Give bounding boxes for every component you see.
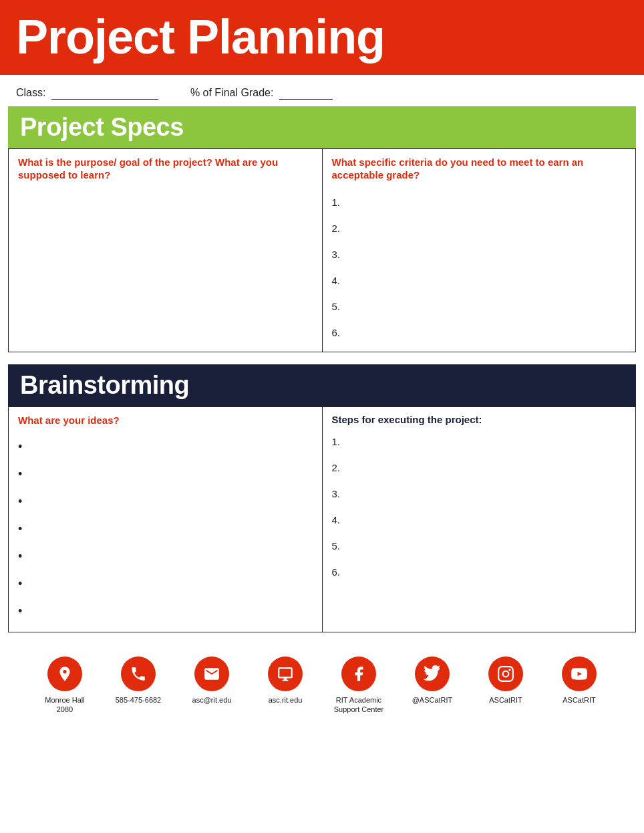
- footer-item-phone: 585-475-6682: [102, 657, 175, 705]
- footer-location-text: Monroe Hall2080: [45, 695, 84, 715]
- list-item: 6.: [332, 319, 627, 345]
- svg-point-2: [508, 669, 510, 671]
- computer-icon: [268, 657, 303, 691]
- list-item: 4.: [332, 267, 627, 293]
- class-label: Class:: [16, 87, 158, 100]
- brainstorming-left-header: What are your ideas?: [18, 414, 313, 427]
- project-specs-right: What specific criteria do you need to me…: [323, 149, 636, 352]
- footer-phone-text: 585-475-6682: [116, 695, 162, 705]
- ideas-list: [18, 433, 313, 625]
- footer-item-facebook: RIT AcademicSupport Center: [322, 657, 395, 715]
- footer-email-text: asc@rit.edu: [192, 695, 232, 705]
- location-icon: [47, 657, 82, 691]
- footer-instagram-text: ASCatRIT: [489, 695, 522, 705]
- svg-rect-0: [498, 667, 513, 681]
- brainstorming-content: What are your ideas? Steps for executing…: [8, 406, 636, 633]
- steps-list: 1. 2. 3. 4. 5. 6.: [332, 428, 627, 584]
- list-item: 4.: [332, 506, 627, 532]
- list-item: [18, 461, 313, 488]
- project-specs-header: Project Specs: [8, 106, 636, 148]
- project-specs-left: What is the purpose/ goal of the project…: [9, 149, 323, 352]
- instagram-icon: [488, 657, 523, 691]
- list-item: 5.: [332, 293, 627, 319]
- list-item: [18, 598, 313, 625]
- list-item: 3.: [332, 480, 627, 506]
- brainstorming-section: Brainstorming What are your ideas? Steps…: [0, 364, 644, 633]
- list-item: 3.: [332, 241, 627, 267]
- grade-label: % of Final Grade:: [190, 87, 333, 100]
- brainstorming-title: Brainstorming: [20, 371, 624, 400]
- project-specs-section: Project Specs What is the purpose/ goal …: [0, 106, 644, 352]
- list-item: 2.: [332, 215, 627, 241]
- svg-point-1: [503, 671, 509, 677]
- list-item: [18, 433, 313, 461]
- list-item: [18, 515, 313, 543]
- class-input-line: [51, 87, 158, 100]
- facebook-icon: [341, 657, 376, 691]
- project-specs-content: What is the purpose/ goal of the project…: [8, 148, 636, 352]
- brainstorming-left: What are your ideas?: [9, 407, 323, 632]
- youtube-icon: [562, 657, 597, 691]
- list-item: [18, 543, 313, 570]
- list-item: 5.: [332, 532, 627, 558]
- list-item: 1.: [332, 428, 627, 454]
- project-specs-left-header: What is the purpose/ goal of the project…: [18, 156, 313, 182]
- phone-icon: [121, 657, 156, 691]
- project-specs-right-header: What specific criteria do you need to me…: [332, 156, 627, 182]
- criteria-list: 1. 2. 3. 4. 5. 6.: [332, 189, 627, 345]
- project-specs-title: Project Specs: [20, 113, 624, 142]
- footer-item-website: asc.rit.edu: [249, 657, 322, 705]
- footer-website-text: asc.rit.edu: [269, 695, 303, 705]
- footer-twitter-text: @ASCatRIT: [412, 695, 453, 705]
- twitter-icon: [415, 657, 450, 691]
- footer-item-youtube: ASCatRIT: [542, 657, 616, 705]
- brainstorming-header: Brainstorming: [8, 364, 636, 406]
- list-item: [18, 570, 313, 598]
- footer-item-twitter: @ASCatRIT: [395, 657, 469, 705]
- footer-item-instagram: ASCatRIT: [469, 657, 542, 705]
- footer-youtube-text: ASCatRIT: [562, 695, 596, 705]
- steps-header: Steps for executing the project:: [332, 414, 627, 425]
- footer: Monroe Hall2080 585-475-6682 asc@rit.edu…: [0, 644, 644, 721]
- class-row: Class: % of Final Grade:: [0, 75, 644, 106]
- page-title: Project Planning: [16, 12, 628, 63]
- list-item: 6.: [332, 558, 627, 584]
- list-item: 2.: [332, 454, 627, 480]
- brainstorming-right: Steps for executing the project: 1. 2. 3…: [323, 407, 636, 632]
- page-header: Project Planning: [0, 0, 644, 75]
- list-item: [18, 488, 313, 515]
- grade-input-line: [279, 87, 333, 100]
- list-item: 1.: [332, 189, 627, 215]
- footer-item-email: asc@rit.edu: [175, 657, 249, 705]
- email-icon: [194, 657, 229, 691]
- footer-facebook-text: RIT AcademicSupport Center: [334, 695, 384, 715]
- footer-item-location: Monroe Hall2080: [28, 657, 102, 715]
